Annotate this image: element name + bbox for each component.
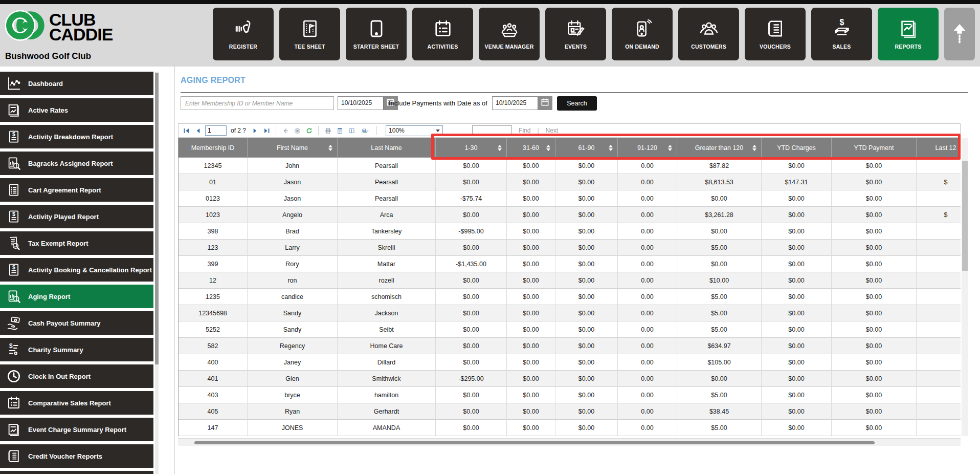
table-row: 147JONESAMANDA$0.00$0.00$0.000.00$5.00$0…	[179, 420, 961, 436]
first-page-button[interactable]	[182, 126, 191, 135]
nav-label: SALES	[832, 44, 851, 50]
cell-membership-id: 123	[179, 240, 248, 256]
sidebar-item-label: Active Rates	[28, 106, 68, 114]
nav-activities[interactable]: ACTIVITIES	[412, 8, 473, 60]
date-from-value[interactable]: 10/10/2025	[338, 97, 383, 110]
nav-vouchers[interactable]: VOUCHERS	[745, 8, 806, 60]
export-button[interactable]	[359, 126, 372, 135]
sidebar-item-activity-played-report[interactable]: $Activity Played Report	[0, 205, 153, 228]
cell-last-12	[917, 256, 961, 272]
horizontal-scrollbar-thumb[interactable]	[194, 441, 875, 444]
sidebar-item-comparative-sales-report[interactable]: Comparative Sales Report	[0, 391, 153, 415]
cell-1-30: $0.00	[436, 240, 507, 256]
sidebar-item-dashboard[interactable]: Dashboard	[0, 72, 153, 95]
col-header-greater-than-120[interactable]: Greater than 120	[677, 138, 762, 158]
search-button[interactable]: Search	[557, 96, 597, 111]
sidebar-item-label: Aging Report	[28, 293, 70, 300]
sidebar-item-charity-summary[interactable]: $Charity Summary	[0, 338, 153, 361]
nav-customers[interactable]: CUSTOMERS	[678, 8, 739, 60]
cell-31-60: $0.00	[507, 158, 555, 174]
sidebar-scrollbar[interactable]	[155, 72, 159, 474]
find-link[interactable]: Find	[519, 127, 530, 134]
vertical-scrollbar-thumb[interactable]	[962, 161, 968, 271]
sidebar-item-credit-voucher-reports[interactable]: Credit Voucher Reports	[0, 444, 153, 468]
toolbar-separator	[276, 126, 276, 135]
date-as-of-value[interactable]: 10/10/2025	[493, 97, 538, 110]
nav-register[interactable]: REGISTER	[213, 8, 274, 60]
table-row: 1023AngeloArca$0.00$0.00$0.000.00$3,261.…	[179, 207, 961, 223]
nav-on-demand[interactable]: ON DEMAND	[612, 8, 673, 60]
nav-reports[interactable]: REPORTS	[878, 8, 939, 60]
calendar-button-as-of[interactable]	[538, 97, 552, 110]
sidebar-item-active-rates[interactable]: Active Rates	[0, 98, 153, 122]
col-header-ytd-payment: YTD Payment	[832, 138, 917, 158]
date-field-as-of[interactable]: 10/10/2025	[492, 96, 552, 110]
table-row: 12345698SandyJackson$0.00$0.00$0.000.00$…	[179, 305, 961, 321]
refresh-button[interactable]	[304, 126, 314, 135]
dollar-doc-icon: $	[6, 129, 21, 144]
table-row: 5252SandySeibt$0.00$0.00$0.000.00$5.00$0…	[179, 321, 961, 338]
nav-events[interactable]: EVENTS	[545, 8, 606, 60]
back-button[interactable]	[281, 126, 290, 135]
nav-tee-sheet[interactable]: TEE SHEET	[279, 8, 340, 60]
sort-icon[interactable]	[546, 145, 550, 151]
page-setup-button[interactable]	[347, 126, 356, 135]
sort-icon[interactable]	[498, 145, 502, 151]
sidebar-scrollbar-thumb[interactable]	[155, 73, 159, 364]
sidebar-item-bagracks-assigned-report[interactable]: Bagracks Assigned Report	[0, 152, 153, 175]
sort-icon[interactable]	[609, 145, 613, 151]
find-next-link[interactable]: Next	[546, 127, 559, 134]
sidebar-item-tax-exempt-report[interactable]: Tax Exempt Report	[0, 231, 153, 255]
col-header-31-60[interactable]: 31-60	[507, 138, 555, 158]
sort-icon[interactable]	[328, 145, 332, 151]
sidebar-item-aging-report[interactable]: Aging Report	[0, 285, 153, 308]
print-button[interactable]	[323, 126, 332, 135]
cell-ytd-payment: $0.00	[832, 387, 917, 403]
table-row: 123LarrySkrelli$0.00$0.00$0.000.00$5.00$…	[179, 240, 961, 256]
col-header-91-120[interactable]: 91-120	[618, 138, 677, 158]
find-input[interactable]	[472, 125, 512, 136]
previous-page-button[interactable]	[193, 126, 203, 135]
col-header-label: Membership ID	[191, 144, 235, 152]
nav-starter-sheet[interactable]: STARTER SHEET	[346, 8, 407, 60]
col-header-61-90[interactable]: 61-90	[555, 138, 618, 158]
sidebar-item-clock-in-out-report[interactable]: Clock In Out Report	[0, 364, 153, 388]
calendar-list-icon	[433, 18, 453, 39]
sort-icon[interactable]	[752, 145, 756, 151]
table-vertical-scrollbar[interactable]	[962, 138, 968, 436]
cell-greater-than-120: $38.45	[677, 403, 762, 420]
print-layout-button[interactable]	[335, 126, 344, 135]
zoom-select[interactable]: 100%	[386, 125, 443, 136]
col-header-last-name: Last Name	[338, 138, 436, 158]
cell-last-name: Pearsall	[338, 190, 436, 207]
nav-label: CUSTOMERS	[691, 44, 726, 50]
last-page-button[interactable]	[262, 126, 271, 135]
page-number-input[interactable]	[205, 125, 227, 136]
table-row: 12345JohnPearsall$0.00$0.00$0.000.00$87.…	[179, 158, 961, 174]
report-doc-icon	[6, 102, 21, 118]
next-page-button[interactable]	[250, 126, 259, 135]
cell-ytd-charges: $0.00	[762, 158, 832, 174]
sidebar-item-cash-payout-summary[interactable]: Cash Payout Summary	[0, 311, 153, 335]
col-header-first-name[interactable]: First Name	[248, 138, 338, 158]
sidebar-item-partial[interactable]	[0, 471, 153, 474]
nav-venue-manager[interactable]: VENUE MANAGER	[479, 8, 540, 60]
cell-1-30: $0.00	[436, 338, 507, 354]
cancel-button[interactable]	[293, 126, 302, 135]
table-row: 400JaneyDillard$0.00$0.00$0.000.00$105.0…	[179, 354, 961, 371]
nav-sales[interactable]: $SALES	[811, 8, 872, 60]
sort-icon[interactable]	[668, 145, 672, 151]
table-body: 12345JohnPearsall$0.00$0.00$0.000.00$87.…	[179, 158, 961, 436]
cell-greater-than-120: $105.00	[677, 354, 762, 371]
sidebar-item-cart-agreement-report[interactable]: Cart Agreement Report	[0, 178, 153, 202]
sidebar-item-activity-breakdown-report[interactable]: $Activity Breakdown Report	[0, 125, 153, 148]
sidebar-item-activity-booking-cancellation-report[interactable]: $Activity Booking & Cancellation Report	[0, 258, 153, 282]
col-header-1-30[interactable]: 1-30	[436, 138, 507, 158]
sidebar-item-event-charge-summary-report[interactable]: Event Charge Summary Report	[0, 418, 153, 441]
table-horizontal-scrollbar[interactable]	[178, 438, 961, 446]
nav-scroll-up-button[interactable]	[944, 8, 975, 60]
tablet-icon	[366, 18, 387, 39]
cell-last-12	[917, 223, 961, 240]
member-search-input[interactable]	[181, 96, 334, 110]
nav-label: REPORTS	[895, 44, 921, 50]
